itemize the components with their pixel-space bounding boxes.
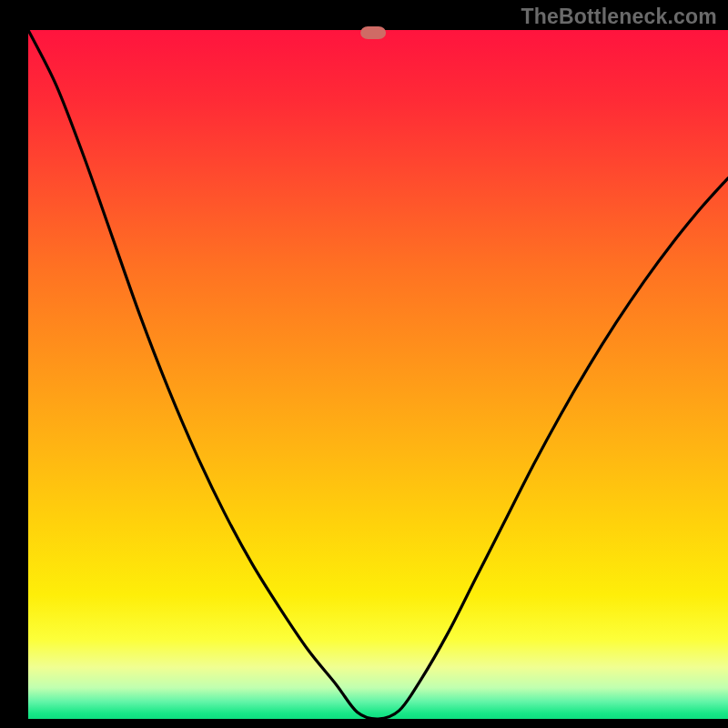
watermark-label: TheBottleneck.com	[521, 5, 717, 29]
chart-container: TheBottleneck.com	[0, 0, 728, 728]
optimum-marker	[360, 26, 386, 39]
bottleneck-curve-chart	[0, 0, 728, 728]
plot-area	[28, 30, 728, 719]
